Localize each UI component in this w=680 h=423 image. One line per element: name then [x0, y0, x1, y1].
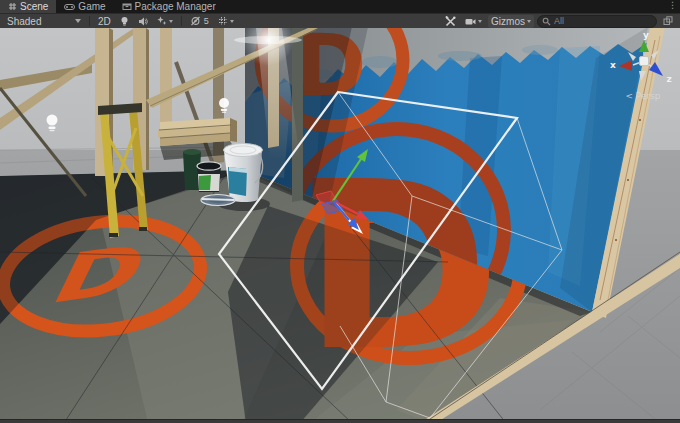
- paint-bucket-5gal[interactable]: [224, 144, 263, 203]
- windows-icon: [663, 16, 673, 26]
- magnifier-icon: [542, 17, 551, 26]
- tab-overflow-menu[interactable]: ⋮: [668, 0, 677, 12]
- chevron-down-icon: [478, 20, 482, 23]
- gizmos-dropdown[interactable]: Gizmos: [488, 15, 534, 28]
- toggle-2d-label: 2D: [98, 16, 111, 27]
- orientation-gizmo-center-cube[interactable]: [640, 57, 649, 66]
- scene-tools-button[interactable]: [442, 15, 459, 28]
- paint-can[interactable]: [197, 162, 221, 192]
- draw-mode-dropdown[interactable]: Shaded: [4, 15, 84, 28]
- scene-canvas[interactable]: D D: [0, 28, 680, 419]
- draw-mode-label: Shaded: [7, 16, 41, 27]
- chevron-down-icon: [169, 20, 173, 23]
- scene-viewport[interactable]: D D: [0, 28, 680, 419]
- chevron-down-icon: [75, 19, 81, 23]
- tab-scene-label: Scene: [20, 1, 48, 12]
- paint-tray[interactable]: [201, 195, 235, 206]
- package-icon: [122, 2, 132, 11]
- scene-effects-dropdown[interactable]: [154, 15, 176, 28]
- unity-editor-window: Scene Game Package Manager ⋮ Shaded 2D: [0, 0, 680, 423]
- tab-game-label: Game: [78, 1, 105, 12]
- tab-game[interactable]: Game: [56, 0, 113, 13]
- eye-slash-icon: [190, 16, 201, 26]
- scene-search-field[interactable]: [537, 15, 657, 28]
- scene-toolbar: Shaded 2D 5: [0, 13, 680, 28]
- projection-toggle[interactable]: < Persp: [625, 91, 660, 101]
- tab-package-manager[interactable]: Package Manager: [114, 0, 224, 13]
- scene-visibility-toggle[interactable]: 5: [187, 15, 212, 28]
- tools-icon: [445, 16, 456, 27]
- grid-visibility-dropdown[interactable]: [215, 15, 237, 28]
- gizmos-label: Gizmos: [491, 16, 525, 27]
- window-bottom-edge: [0, 419, 680, 423]
- tab-bar: Scene Game Package Manager ⋮: [0, 0, 680, 13]
- axis-label-x: x: [610, 60, 616, 70]
- camera-icon: [465, 17, 476, 26]
- axis-label-z: z: [666, 74, 671, 84]
- chevron-down-icon: [230, 20, 234, 23]
- toolbar-divider: [181, 16, 182, 26]
- overlays-button[interactable]: [660, 15, 676, 28]
- toggle-2d-button[interactable]: 2D: [95, 15, 114, 28]
- scene-audio-toggle[interactable]: [135, 15, 151, 28]
- lightbulb-icon: [120, 16, 129, 27]
- tab-scene[interactable]: Scene: [0, 0, 56, 13]
- chevron-down-icon: [527, 20, 531, 23]
- gamepad-icon: [64, 3, 75, 11]
- tab-package-manager-label: Package Manager: [135, 1, 216, 12]
- scene-lighting-toggle[interactable]: [117, 15, 132, 28]
- grid-snap-icon: [218, 16, 228, 26]
- toolbar-divider: [89, 16, 90, 26]
- scene-camera-dropdown[interactable]: [462, 15, 485, 28]
- sparkle-icon: [157, 16, 167, 26]
- search-input[interactable]: [554, 16, 632, 26]
- axis-label-y: y: [643, 30, 649, 40]
- hidden-objects-count: 5: [204, 16, 209, 26]
- grid-icon: [8, 2, 17, 11]
- speaker-icon: [138, 17, 148, 26]
